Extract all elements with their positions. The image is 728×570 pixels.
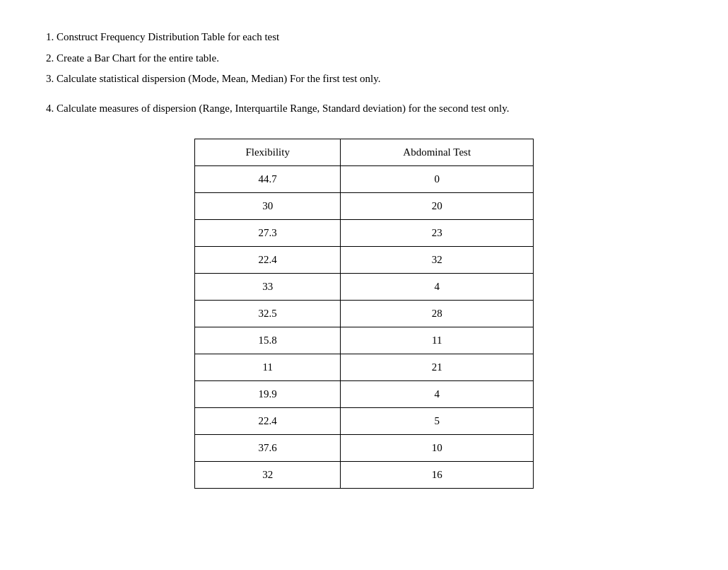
table-cell-2-0: 27.3 [195, 220, 341, 247]
column-header-abdominal: Abdominal Test [341, 139, 534, 166]
instruction-item-4: Calculate measures of dispersion (Range,… [57, 100, 693, 118]
table-cell-5-0: 32.5 [195, 301, 341, 327]
table-row: 22.432 [195, 247, 534, 274]
table-cell-2-1: 23 [341, 220, 534, 247]
table-row: 3020 [195, 193, 534, 220]
instruction-item-1: Construct Frequency Distribution Table f… [57, 28, 693, 47]
table-cell-1-1: 20 [341, 193, 534, 220]
table-row: 44.70 [195, 166, 534, 193]
data-table: Flexibility Abdominal Test 44.70302027.3… [194, 139, 534, 489]
table-cell-7-0: 11 [195, 354, 341, 381]
table-cell-10-1: 10 [341, 435, 534, 462]
table-cell-0-1: 0 [341, 166, 534, 193]
table-row: 334 [195, 274, 534, 301]
table-cell-8-1: 4 [341, 381, 534, 408]
data-table-container: Flexibility Abdominal Test 44.70302027.3… [35, 139, 693, 489]
instruction-item-2: Create a Bar Chart for the entire table. [57, 50, 693, 68]
table-cell-7-1: 21 [341, 354, 534, 381]
table-cell-3-0: 22.4 [195, 247, 341, 274]
column-header-flexibility: Flexibility [195, 139, 341, 166]
table-cell-6-1: 11 [341, 327, 534, 354]
table-cell-1-0: 30 [195, 193, 341, 220]
table-cell-9-0: 22.4 [195, 408, 341, 435]
table-row: 1121 [195, 354, 534, 381]
table-header-row: Flexibility Abdominal Test [195, 139, 534, 166]
table-row: 22.45 [195, 408, 534, 435]
table-row: 3216 [195, 462, 534, 489]
table-cell-4-0: 33 [195, 274, 341, 301]
table-row: 32.528 [195, 301, 534, 327]
table-row: 37.610 [195, 435, 534, 462]
table-row: 19.94 [195, 381, 534, 408]
instruction-item-3: Calculate statistical dispersion (Mode, … [57, 70, 693, 88]
table-cell-3-1: 32 [341, 247, 534, 274]
instructions-section: Construct Frequency Distribution Table f… [35, 28, 693, 117]
table-row: 27.323 [195, 220, 534, 247]
table-cell-0-0: 44.7 [195, 166, 341, 193]
table-cell-10-0: 37.6 [195, 435, 341, 462]
table-cell-6-0: 15.8 [195, 327, 341, 354]
table-cell-11-0: 32 [195, 462, 341, 489]
table-cell-4-1: 4 [341, 274, 534, 301]
table-row: 15.811 [195, 327, 534, 354]
table-cell-11-1: 16 [341, 462, 534, 489]
table-cell-5-1: 28 [341, 301, 534, 327]
table-cell-9-1: 5 [341, 408, 534, 435]
table-cell-8-0: 19.9 [195, 381, 341, 408]
